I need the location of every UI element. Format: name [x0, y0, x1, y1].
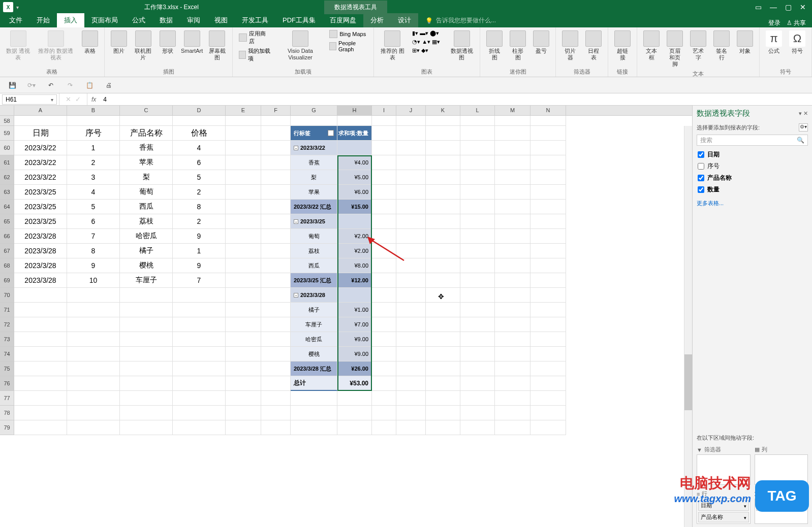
enter-formula-icon[interactable]: ✓ — [75, 95, 81, 103]
column-header-C[interactable]: C — [120, 106, 173, 115]
fields-search-input[interactable]: 搜索 🔍 — [697, 135, 808, 146]
tell-me-box[interactable]: 告诉我您想要做什么... — [418, 14, 503, 27]
myaddins-button[interactable]: 我的加载项 — [237, 47, 273, 63]
login-link[interactable]: 登录 — [768, 19, 780, 27]
object-button[interactable]: 对象 — [735, 29, 755, 55]
field-item[interactable]: 数量 — [697, 184, 808, 195]
tab-page-layout[interactable]: 页面布局 — [84, 13, 125, 27]
column-header-J[interactable]: J — [396, 106, 426, 115]
timeline-button[interactable]: 日程表 — [583, 29, 604, 62]
expand-icon[interactable]: - — [294, 293, 298, 298]
row-header[interactable]: 64 — [0, 200, 14, 214]
fields-settings-icon[interactable]: ⚙▾ — [799, 123, 808, 131]
sparkline-winloss-button[interactable]: 盈亏 — [531, 29, 551, 55]
row-header[interactable]: 69 — [0, 273, 14, 288]
name-box[interactable]: H61 — [2, 94, 57, 105]
column-header-N[interactable]: N — [530, 106, 566, 115]
shapes-button[interactable]: 形状 — [158, 29, 178, 55]
field-item[interactable]: 序号 — [697, 160, 808, 172]
column-header-G[interactable]: G — [291, 106, 337, 115]
ribbon-display-icon[interactable]: ▭ — [755, 3, 762, 11]
table-button[interactable]: 表格 — [80, 29, 100, 55]
slicer-button[interactable]: 切片器 — [560, 29, 580, 62]
row-header[interactable]: 65 — [0, 214, 14, 229]
row-header[interactable]: 63 — [0, 185, 14, 200]
field-checkbox[interactable] — [698, 175, 704, 181]
qat-dropdown[interactable]: ⟳▾ — [26, 80, 37, 90]
row-header[interactable]: 61 — [0, 155, 14, 170]
column-header-L[interactable]: L — [460, 106, 495, 115]
qat-dropdown-icon[interactable]: ▾ — [16, 5, 19, 10]
field-item[interactable]: 产品名称 — [697, 172, 808, 184]
row-header[interactable]: 71 — [0, 303, 14, 317]
row-header[interactable]: 60 — [0, 141, 14, 155]
area-chip[interactable]: 求和项:数量 — [756, 500, 807, 511]
online-pictures-button[interactable]: 联机图片 — [132, 29, 154, 62]
sparkline-column-button[interactable]: 柱形图 — [508, 29, 528, 62]
row-header[interactable]: 58 — [0, 116, 14, 126]
fields-pane-close-icon[interactable]: ✕ — [803, 110, 808, 116]
column-header-M[interactable]: M — [495, 106, 530, 115]
rows-drop-area[interactable]: 日期产品名称 — [697, 499, 751, 524]
hyperlink-button[interactable]: 超链接 — [612, 29, 633, 62]
vertical-scrollbar[interactable] — [684, 126, 692, 527]
field-item[interactable]: 日期 — [697, 149, 808, 160]
tab-developer[interactable]: 开发工具 — [235, 13, 275, 27]
select-all-corner[interactable] — [0, 106, 14, 115]
expand-icon[interactable]: - — [294, 219, 298, 224]
share-button[interactable]: ♙ 共享 — [787, 19, 806, 27]
fields-pane-dropdown-icon[interactable]: ▾ — [799, 110, 802, 116]
row-header[interactable]: 77 — [0, 391, 14, 406]
column-header-A[interactable]: A — [14, 106, 67, 115]
peoplegraph-button[interactable]: People Graph — [327, 40, 369, 53]
row-header[interactable]: 67 — [0, 244, 14, 258]
column-header-B[interactable]: B — [67, 106, 120, 115]
pivot-filter-icon[interactable]: ▾ — [328, 130, 334, 136]
smartart-button[interactable]: SmartArt — [181, 29, 203, 55]
wordart-button[interactable]: 艺术字 — [688, 29, 708, 62]
field-checkbox[interactable] — [698, 163, 704, 170]
column-header-E[interactable]: E — [226, 106, 261, 115]
qat-extra2-icon[interactable]: 🖨 — [104, 80, 114, 90]
field-checkbox[interactable] — [698, 186, 704, 193]
tab-design[interactable]: 设计 — [391, 13, 418, 27]
qat-extra1-icon[interactable]: 📋 — [84, 80, 95, 90]
sparkline-line-button[interactable]: 折线图 — [484, 29, 505, 62]
bingmaps-button[interactable]: Bing Maps — [327, 29, 369, 39]
column-header-D[interactable]: D — [173, 106, 226, 115]
pivotchart-button[interactable]: 数据透视图 — [448, 29, 476, 62]
tab-review[interactable]: 审阅 — [180, 13, 207, 27]
row-header[interactable]: 73 — [0, 332, 14, 347]
row-header[interactable]: 72 — [0, 317, 14, 332]
equation-button[interactable]: π公式 — [764, 29, 784, 55]
row-header[interactable]: 70 — [0, 288, 14, 303]
row-header[interactable]: 79 — [0, 420, 14, 435]
columns-drop-area[interactable] — [755, 454, 808, 485]
field-checkbox[interactable] — [698, 151, 704, 158]
more-tables-link[interactable]: 更多表格... — [697, 200, 808, 207]
tab-view[interactable]: 视图 — [207, 13, 235, 27]
undo-icon[interactable]: ↶ — [46, 80, 56, 90]
expand-icon[interactable]: - — [294, 146, 298, 150]
chart-row2[interactable]: ◔▾ ▲▾ ▦▾ — [410, 38, 445, 46]
area-chip[interactable]: 日期 — [698, 500, 749, 511]
signature-button[interactable]: 签名行 — [711, 29, 732, 62]
row-header[interactable]: 68 — [0, 258, 14, 273]
row-header[interactable]: 76 — [0, 376, 14, 391]
chart-row1[interactable]: ▮▾ ▬▾ ⬤▾ — [410, 29, 445, 37]
column-header-F[interactable]: F — [261, 106, 291, 115]
tab-insert[interactable]: 插入 — [57, 13, 84, 27]
row-header[interactable]: 74 — [0, 347, 14, 361]
row-header[interactable]: 78 — [0, 406, 14, 420]
tab-data[interactable]: 数据 — [152, 13, 180, 27]
tab-baidu[interactable]: 百度网盘 — [323, 13, 363, 27]
visio-button[interactable]: Visio Data Visualizer — [276, 29, 324, 62]
column-header-I[interactable]: I — [372, 106, 396, 115]
maximize-icon[interactable]: ▢ — [785, 3, 792, 11]
close-icon[interactable]: ✕ — [800, 3, 806, 11]
formula-input[interactable]: 4 — [100, 96, 812, 103]
textbox-button[interactable]: 文本框 — [641, 29, 662, 62]
chart-row3[interactable]: ⊞▾ ◆▾ — [410, 47, 445, 54]
row-header[interactable]: 62 — [0, 170, 14, 185]
column-header-K[interactable]: K — [426, 106, 460, 115]
